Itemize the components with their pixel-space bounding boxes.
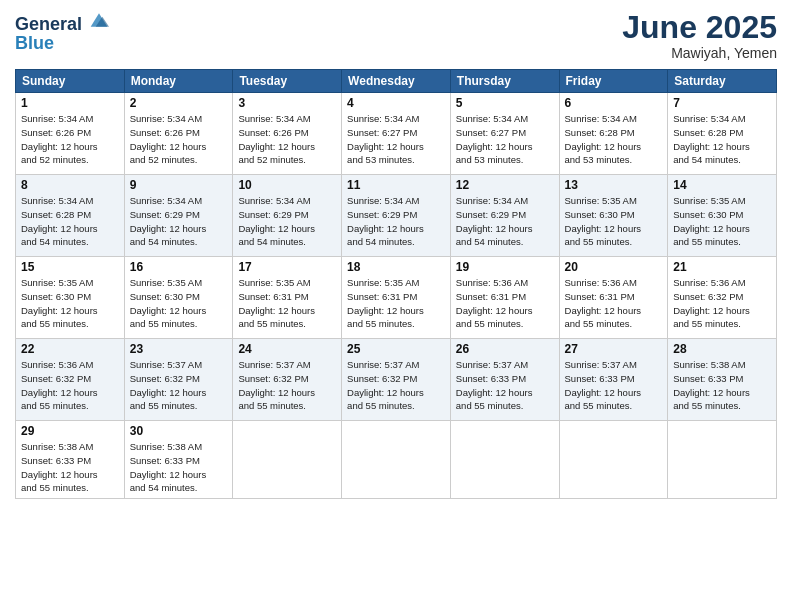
col-monday: Monday bbox=[124, 70, 233, 93]
table-row: 9 Sunrise: 5:34 AMSunset: 6:29 PMDayligh… bbox=[124, 175, 233, 257]
day-detail: Sunrise: 5:37 AMSunset: 6:33 PMDaylight:… bbox=[565, 359, 642, 411]
day-number: 21 bbox=[673, 260, 771, 274]
day-detail: Sunrise: 5:34 AMSunset: 6:28 PMDaylight:… bbox=[21, 195, 98, 247]
day-detail: Sunrise: 5:36 AMSunset: 6:32 PMDaylight:… bbox=[673, 277, 750, 329]
day-detail: Sunrise: 5:34 AMSunset: 6:26 PMDaylight:… bbox=[21, 113, 98, 165]
table-row: 15 Sunrise: 5:35 AMSunset: 6:30 PMDaylig… bbox=[16, 257, 125, 339]
col-wednesday: Wednesday bbox=[342, 70, 451, 93]
day-number: 14 bbox=[673, 178, 771, 192]
table-row: 2 Sunrise: 5:34 AMSunset: 6:26 PMDayligh… bbox=[124, 93, 233, 175]
day-number: 29 bbox=[21, 424, 119, 438]
month-year: June 2025 bbox=[622, 10, 777, 45]
day-number: 20 bbox=[565, 260, 663, 274]
col-tuesday: Tuesday bbox=[233, 70, 342, 93]
header: General Blue June 2025 Mawiyah, Yemen bbox=[15, 10, 777, 61]
table-row: 28 Sunrise: 5:38 AMSunset: 6:33 PMDaylig… bbox=[668, 339, 777, 421]
day-number: 7 bbox=[673, 96, 771, 110]
table-row: 17 Sunrise: 5:35 AMSunset: 6:31 PMDaylig… bbox=[233, 257, 342, 339]
day-detail: Sunrise: 5:35 AMSunset: 6:30 PMDaylight:… bbox=[21, 277, 98, 329]
day-number: 24 bbox=[238, 342, 336, 356]
day-number: 3 bbox=[238, 96, 336, 110]
table-row: 10 Sunrise: 5:34 AMSunset: 6:29 PMDaylig… bbox=[233, 175, 342, 257]
table-row: 12 Sunrise: 5:34 AMSunset: 6:29 PMDaylig… bbox=[450, 175, 559, 257]
day-number: 28 bbox=[673, 342, 771, 356]
table-row: 24 Sunrise: 5:37 AMSunset: 6:32 PMDaylig… bbox=[233, 339, 342, 421]
day-number: 13 bbox=[565, 178, 663, 192]
table-row: 1 Sunrise: 5:34 AMSunset: 6:26 PMDayligh… bbox=[16, 93, 125, 175]
calendar-week-row: 1 Sunrise: 5:34 AMSunset: 6:26 PMDayligh… bbox=[16, 93, 777, 175]
day-number: 18 bbox=[347, 260, 445, 274]
table-row: 3 Sunrise: 5:34 AMSunset: 6:26 PMDayligh… bbox=[233, 93, 342, 175]
day-detail: Sunrise: 5:38 AMSunset: 6:33 PMDaylight:… bbox=[673, 359, 750, 411]
day-number: 8 bbox=[21, 178, 119, 192]
day-detail: Sunrise: 5:34 AMSunset: 6:29 PMDaylight:… bbox=[130, 195, 207, 247]
logo-icon bbox=[89, 10, 109, 30]
table-row: 5 Sunrise: 5:34 AMSunset: 6:27 PMDayligh… bbox=[450, 93, 559, 175]
day-number: 22 bbox=[21, 342, 119, 356]
table-row: 7 Sunrise: 5:34 AMSunset: 6:28 PMDayligh… bbox=[668, 93, 777, 175]
day-number: 30 bbox=[130, 424, 228, 438]
day-detail: Sunrise: 5:34 AMSunset: 6:28 PMDaylight:… bbox=[673, 113, 750, 165]
day-detail: Sunrise: 5:34 AMSunset: 6:26 PMDaylight:… bbox=[130, 113, 207, 165]
day-detail: Sunrise: 5:38 AMSunset: 6:33 PMDaylight:… bbox=[130, 441, 207, 493]
day-detail: Sunrise: 5:34 AMSunset: 6:29 PMDaylight:… bbox=[238, 195, 315, 247]
day-detail: Sunrise: 5:37 AMSunset: 6:32 PMDaylight:… bbox=[238, 359, 315, 411]
day-number: 17 bbox=[238, 260, 336, 274]
table-row: 13 Sunrise: 5:35 AMSunset: 6:30 PMDaylig… bbox=[559, 175, 668, 257]
day-detail: Sunrise: 5:36 AMSunset: 6:31 PMDaylight:… bbox=[565, 277, 642, 329]
table-row: 25 Sunrise: 5:37 AMSunset: 6:32 PMDaylig… bbox=[342, 339, 451, 421]
day-detail: Sunrise: 5:37 AMSunset: 6:33 PMDaylight:… bbox=[456, 359, 533, 411]
day-detail: Sunrise: 5:36 AMSunset: 6:31 PMDaylight:… bbox=[456, 277, 533, 329]
table-row: 27 Sunrise: 5:37 AMSunset: 6:33 PMDaylig… bbox=[559, 339, 668, 421]
title-block: June 2025 Mawiyah, Yemen bbox=[622, 10, 777, 61]
day-number: 4 bbox=[347, 96, 445, 110]
day-detail: Sunrise: 5:36 AMSunset: 6:32 PMDaylight:… bbox=[21, 359, 98, 411]
table-row: 8 Sunrise: 5:34 AMSunset: 6:28 PMDayligh… bbox=[16, 175, 125, 257]
day-detail: Sunrise: 5:35 AMSunset: 6:30 PMDaylight:… bbox=[130, 277, 207, 329]
day-number: 25 bbox=[347, 342, 445, 356]
table-row: 26 Sunrise: 5:37 AMSunset: 6:33 PMDaylig… bbox=[450, 339, 559, 421]
day-number: 27 bbox=[565, 342, 663, 356]
table-row bbox=[559, 421, 668, 499]
day-number: 15 bbox=[21, 260, 119, 274]
table-row bbox=[668, 421, 777, 499]
page: General Blue June 2025 Mawiyah, Yemen Su… bbox=[0, 0, 792, 612]
day-detail: Sunrise: 5:34 AMSunset: 6:28 PMDaylight:… bbox=[565, 113, 642, 165]
day-number: 16 bbox=[130, 260, 228, 274]
day-number: 11 bbox=[347, 178, 445, 192]
day-detail: Sunrise: 5:34 AMSunset: 6:26 PMDaylight:… bbox=[238, 113, 315, 165]
logo-text: General bbox=[15, 10, 109, 35]
table-row: 30 Sunrise: 5:38 AMSunset: 6:33 PMDaylig… bbox=[124, 421, 233, 499]
table-row: 14 Sunrise: 5:35 AMSunset: 6:30 PMDaylig… bbox=[668, 175, 777, 257]
calendar-week-row: 22 Sunrise: 5:36 AMSunset: 6:32 PMDaylig… bbox=[16, 339, 777, 421]
col-friday: Friday bbox=[559, 70, 668, 93]
day-detail: Sunrise: 5:34 AMSunset: 6:29 PMDaylight:… bbox=[347, 195, 424, 247]
calendar-week-row: 29 Sunrise: 5:38 AMSunset: 6:33 PMDaylig… bbox=[16, 421, 777, 499]
table-row: 6 Sunrise: 5:34 AMSunset: 6:28 PMDayligh… bbox=[559, 93, 668, 175]
day-number: 2 bbox=[130, 96, 228, 110]
table-row bbox=[342, 421, 451, 499]
day-detail: Sunrise: 5:37 AMSunset: 6:32 PMDaylight:… bbox=[130, 359, 207, 411]
calendar: Sunday Monday Tuesday Wednesday Thursday… bbox=[15, 69, 777, 499]
location: Mawiyah, Yemen bbox=[622, 45, 777, 61]
day-detail: Sunrise: 5:35 AMSunset: 6:30 PMDaylight:… bbox=[565, 195, 642, 247]
day-detail: Sunrise: 5:34 AMSunset: 6:27 PMDaylight:… bbox=[347, 113, 424, 165]
day-number: 9 bbox=[130, 178, 228, 192]
calendar-week-row: 8 Sunrise: 5:34 AMSunset: 6:28 PMDayligh… bbox=[16, 175, 777, 257]
table-row bbox=[450, 421, 559, 499]
table-row: 20 Sunrise: 5:36 AMSunset: 6:31 PMDaylig… bbox=[559, 257, 668, 339]
day-number: 26 bbox=[456, 342, 554, 356]
table-row bbox=[233, 421, 342, 499]
table-row: 16 Sunrise: 5:35 AMSunset: 6:30 PMDaylig… bbox=[124, 257, 233, 339]
table-row: 19 Sunrise: 5:36 AMSunset: 6:31 PMDaylig… bbox=[450, 257, 559, 339]
day-number: 1 bbox=[21, 96, 119, 110]
day-detail: Sunrise: 5:34 AMSunset: 6:29 PMDaylight:… bbox=[456, 195, 533, 247]
col-saturday: Saturday bbox=[668, 70, 777, 93]
day-number: 19 bbox=[456, 260, 554, 274]
day-number: 23 bbox=[130, 342, 228, 356]
day-detail: Sunrise: 5:35 AMSunset: 6:31 PMDaylight:… bbox=[347, 277, 424, 329]
table-row: 22 Sunrise: 5:36 AMSunset: 6:32 PMDaylig… bbox=[16, 339, 125, 421]
col-thursday: Thursday bbox=[450, 70, 559, 93]
table-row: 29 Sunrise: 5:38 AMSunset: 6:33 PMDaylig… bbox=[16, 421, 125, 499]
table-row: 4 Sunrise: 5:34 AMSunset: 6:27 PMDayligh… bbox=[342, 93, 451, 175]
